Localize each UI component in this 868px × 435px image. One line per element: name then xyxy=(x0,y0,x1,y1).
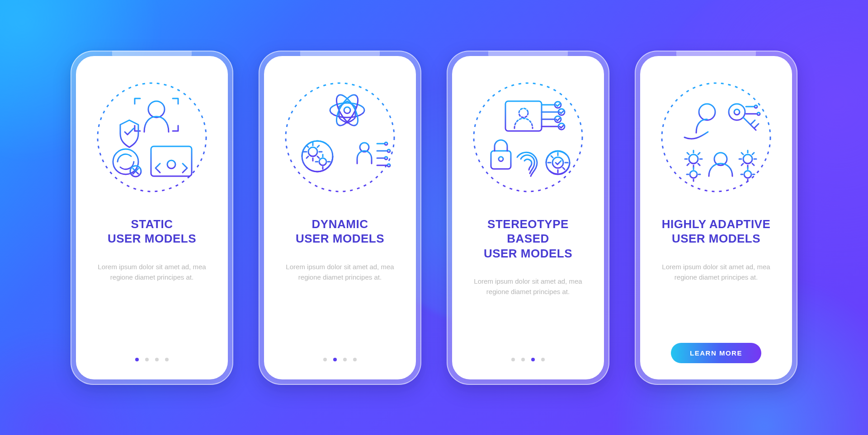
adaptive-models-icon xyxy=(657,79,775,196)
phone-frame: HIGHLY ADAPTIVE USER MODELS Lorem ipsum … xyxy=(635,51,797,385)
pagination-dot[interactable] xyxy=(353,358,357,361)
svg-point-40 xyxy=(744,171,751,178)
svg-point-37 xyxy=(689,154,698,164)
pagination-dot[interactable] xyxy=(333,358,337,361)
phone-notch xyxy=(488,51,568,61)
phone-frame: STEREOTYPE BASED USER MODELS Lorem ipsum… xyxy=(447,51,609,385)
pagination-dot[interactable] xyxy=(165,358,169,361)
pagination-dots xyxy=(323,358,357,361)
svg-point-38 xyxy=(690,171,697,178)
slide-body: Lorem ipsum dolor sit amet ad, mea regio… xyxy=(655,262,777,283)
svg-point-19 xyxy=(474,83,582,192)
svg-point-12 xyxy=(308,147,317,156)
onboarding-screen: DYNAMIC USER MODELS Lorem ipsum dolor si… xyxy=(264,56,416,379)
svg-point-18 xyxy=(387,164,390,167)
phone-notch xyxy=(676,51,756,61)
svg-point-34 xyxy=(755,105,757,108)
svg-point-1 xyxy=(148,101,165,117)
onboarding-screen: STEREOTYPE BASED USER MODELS Lorem ipsum… xyxy=(452,56,604,379)
onboarding-screen: STATIC USER MODELS Lorem ipsum dolor sit… xyxy=(76,56,228,379)
svg-rect-20 xyxy=(505,101,542,131)
pagination-dot[interactable] xyxy=(343,358,347,361)
svg-point-35 xyxy=(757,112,760,115)
pagination-dot[interactable] xyxy=(135,358,139,361)
svg-point-21 xyxy=(519,108,528,117)
phone-frame: DYNAMIC USER MODELS Lorem ipsum dolor si… xyxy=(259,51,421,385)
svg-point-33 xyxy=(734,109,740,115)
slide-body: Lorem ipsum dolor sit amet ad, mea regio… xyxy=(91,262,213,283)
slide-title: DYNAMIC USER MODELS xyxy=(296,217,384,246)
pagination-dots xyxy=(511,358,545,361)
pagination-dot[interactable] xyxy=(541,358,545,361)
slide-title: HIGHLY ADAPTIVE USER MODELS xyxy=(662,217,771,246)
svg-point-13 xyxy=(319,158,326,165)
svg-rect-26 xyxy=(491,151,511,169)
learn-more-button[interactable]: LEARN MORE xyxy=(671,343,761,363)
svg-point-39 xyxy=(743,154,752,164)
pagination-dot[interactable] xyxy=(521,358,525,361)
svg-point-31 xyxy=(699,104,715,120)
slide-title: STEREOTYPE BASED USER MODELS xyxy=(466,217,590,261)
slide-body: Lorem ipsum dolor sit amet ad, mea regio… xyxy=(279,262,401,283)
svg-point-16 xyxy=(387,150,390,152)
slide-body: Lorem ipsum dolor sit amet ad, mea regio… xyxy=(467,276,589,297)
phone-notch xyxy=(112,51,192,61)
phone-frame: STATIC USER MODELS Lorem ipsum dolor sit… xyxy=(71,51,233,385)
onboarding-screen: HIGHLY ADAPTIVE USER MODELS Lorem ipsum … xyxy=(640,56,792,379)
svg-point-6 xyxy=(286,83,394,192)
pagination-dot[interactable] xyxy=(531,358,535,361)
pagination-dot[interactable] xyxy=(323,358,327,361)
slide-title: STATIC USER MODELS xyxy=(108,217,196,246)
phone-row: STATIC USER MODELS Lorem ipsum dolor sit… xyxy=(34,33,834,403)
svg-point-17 xyxy=(385,157,387,159)
pagination-dot[interactable] xyxy=(155,358,159,361)
svg-point-29 xyxy=(552,157,563,168)
svg-point-30 xyxy=(662,83,770,192)
phone-notch xyxy=(300,51,380,61)
dynamic-models-icon xyxy=(281,79,399,196)
svg-point-32 xyxy=(729,104,745,120)
pagination-dot[interactable] xyxy=(511,358,515,361)
pagination-dot[interactable] xyxy=(145,358,149,361)
stereotype-models-icon xyxy=(469,79,587,196)
svg-rect-4 xyxy=(151,146,192,176)
static-models-icon xyxy=(93,79,211,196)
svg-point-15 xyxy=(385,142,387,145)
pagination-dots xyxy=(135,358,169,361)
